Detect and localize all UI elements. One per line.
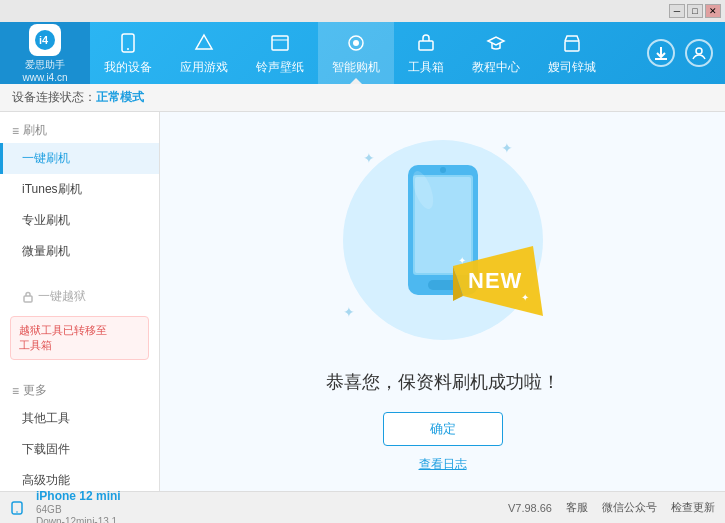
nav-label-toolbox: 工具箱 xyxy=(408,59,444,76)
sidebar-item-download-firmware[interactable]: 下载固件 xyxy=(0,434,159,465)
svg-rect-9 xyxy=(565,41,579,51)
music-icon xyxy=(268,31,292,55)
lock-icon xyxy=(22,291,34,303)
jailbreak-label: 一键越狱 xyxy=(38,288,86,305)
download-btn[interactable] xyxy=(647,39,675,67)
bottom-right: V7.98.66 客服 微信公众号 检查更新 xyxy=(508,500,715,515)
content-area: ✦ ✦ ✦ xyxy=(160,112,725,491)
nav-label-my-device: 我的设备 xyxy=(104,59,152,76)
svg-point-12 xyxy=(696,48,702,54)
apps-icon xyxy=(192,31,216,55)
version-label: V7.98.66 xyxy=(508,502,552,514)
check-update-link[interactable]: 检查更新 xyxy=(671,500,715,515)
device-info: iPhone 12 mini 64GB Down-12mini-13.1 xyxy=(36,489,121,524)
sidebar-section-flash: ≡ 刷机 一键刷机 iTunes刷机 专业刷机 微量刷机 xyxy=(0,112,159,273)
wechat-link[interactable]: 微信公众号 xyxy=(602,500,657,515)
device-model: Down-12mini-13.1 xyxy=(36,516,121,524)
sidebar-item-other-tools[interactable]: 其他工具 xyxy=(0,403,159,434)
svg-text:✦: ✦ xyxy=(521,292,529,303)
flash-header-label: 刷机 xyxy=(23,122,47,139)
user-btn[interactable] xyxy=(685,39,713,67)
title-bar: ─ □ ✕ xyxy=(0,0,725,22)
sidebar-item-onekey-flash[interactable]: 一键刷机 xyxy=(0,143,159,174)
phone-icon xyxy=(116,31,140,55)
success-illustration: ✦ ✦ ✦ xyxy=(333,130,553,350)
nav-label-tutorials: 教程中心 xyxy=(472,59,520,76)
nav-toolbox[interactable]: 工具箱 xyxy=(394,22,458,84)
logo-line1: 爱思助手 xyxy=(25,58,65,72)
logo[interactable]: i4 爱思助手 www.i4.cn xyxy=(0,22,90,84)
nav-store[interactable]: 嫂司锌城 xyxy=(534,22,610,84)
daily-link[interactable]: 查看日志 xyxy=(419,456,467,473)
more-header-icon: ≡ xyxy=(12,384,19,398)
device-name: iPhone 12 mini xyxy=(36,489,121,503)
sidebar-more-header: ≡ 更多 xyxy=(0,378,159,403)
minimize-btn[interactable]: ─ xyxy=(669,4,685,18)
svg-point-26 xyxy=(16,511,18,513)
nav-apps-games[interactable]: 应用游戏 xyxy=(166,22,242,84)
sparkle-icon-2: ✦ xyxy=(501,140,513,156)
svg-text:i4: i4 xyxy=(39,34,49,46)
restore-btn[interactable]: □ xyxy=(687,4,703,18)
tools-icon xyxy=(414,31,438,55)
graduation-icon xyxy=(484,31,508,55)
nav-tutorials[interactable]: 教程中心 xyxy=(458,22,534,84)
logo-icon: i4 xyxy=(29,24,61,56)
nav-smart-shop[interactable]: 智能购机 xyxy=(318,22,394,84)
header-right xyxy=(647,39,725,67)
bottom-bar: iPhone 12 mini 64GB Down-12mini-13.1 V7.… xyxy=(0,491,725,523)
sidebar-section-more: ≡ 更多 其他工具 下载固件 高级功能 xyxy=(0,372,159,491)
svg-rect-13 xyxy=(24,296,32,302)
sidebar-item-itunes-flash[interactable]: iTunes刷机 xyxy=(0,174,159,205)
new-badge: NEW ✦ ✦ xyxy=(453,246,543,320)
main-area: ≡ 刷机 一键刷机 iTunes刷机 专业刷机 微量刷机 一键越狱 越狱工具已转… xyxy=(0,112,725,491)
svg-rect-4 xyxy=(272,36,288,50)
logo-svg: i4 xyxy=(34,29,56,51)
device-phone-icon xyxy=(10,501,24,515)
nav-label-apps: 应用游戏 xyxy=(180,59,228,76)
svg-text:NEW: NEW xyxy=(468,268,522,293)
sidebar-item-advanced[interactable]: 高级功能 xyxy=(0,465,159,491)
header: i4 爱思助手 www.i4.cn 我的设备 应用游戏 铃声壁纸 xyxy=(0,22,725,84)
more-header-label: 更多 xyxy=(23,382,47,399)
device-storage: 64GB xyxy=(36,504,121,515)
success-text: 恭喜您，保资料刷机成功啦！ xyxy=(326,370,560,394)
support-link[interactable]: 客服 xyxy=(566,500,588,515)
flash-header-icon: ≡ xyxy=(12,124,19,138)
logo-line2: www.i4.cn xyxy=(22,72,67,83)
confirm-button[interactable]: 确定 xyxy=(383,412,503,446)
camera-icon xyxy=(344,31,368,55)
sidebar-flash-header: ≡ 刷机 xyxy=(0,118,159,143)
nav-ringtones[interactable]: 铃声壁纸 xyxy=(242,22,318,84)
svg-rect-8 xyxy=(419,41,433,50)
nav-my-device[interactable]: 我的设备 xyxy=(90,22,166,84)
sidebar-jailbreak-warning: 越狱工具已转移至工具箱 xyxy=(10,316,149,360)
sidebar-item-jailbreak-disabled: 一键越狱 xyxy=(0,281,159,312)
sidebar-item-micro-flash[interactable]: 微量刷机 xyxy=(0,236,159,267)
status-label: 设备连接状态： xyxy=(12,89,96,106)
nav-label-ringtones: 铃声壁纸 xyxy=(256,59,304,76)
nav-items: 我的设备 应用游戏 铃声壁纸 智能购机 工具箱 xyxy=(90,22,647,84)
svg-point-3 xyxy=(127,48,129,50)
sparkle-icon-1: ✦ xyxy=(363,150,375,166)
svg-text:✦: ✦ xyxy=(458,255,466,266)
status-bar: 设备连接状态： 正常模式 xyxy=(0,84,725,112)
svg-point-7 xyxy=(353,40,359,46)
sidebar: ≡ 刷机 一键刷机 iTunes刷机 专业刷机 微量刷机 一键越狱 越狱工具已转… xyxy=(0,112,160,491)
sidebar-item-pro-flash[interactable]: 专业刷机 xyxy=(0,205,159,236)
svg-point-18 xyxy=(440,167,446,173)
nav-label-store: 嫂司锌城 xyxy=(548,59,596,76)
close-btn[interactable]: ✕ xyxy=(705,4,721,18)
store-icon xyxy=(560,31,584,55)
sparkle-icon-3: ✦ xyxy=(343,304,355,320)
status-value: 正常模式 xyxy=(96,89,144,106)
nav-label-smart-shop: 智能购机 xyxy=(332,59,380,76)
